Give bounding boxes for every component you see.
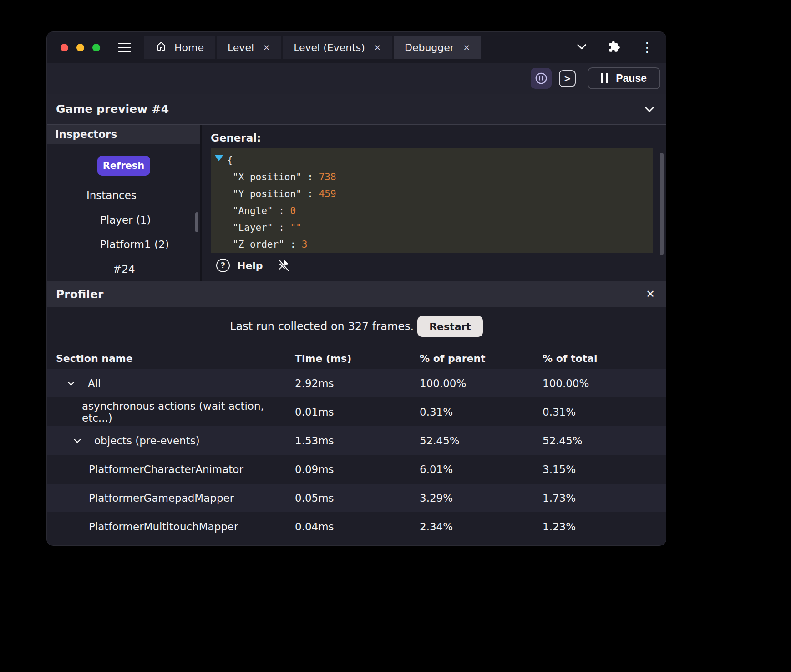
section-time: 1.53ms — [295, 435, 420, 447]
tree-item-instance-24[interactable]: #24 — [47, 257, 200, 281]
home-icon — [155, 41, 167, 54]
section-percent-parent: 6.01% — [420, 463, 543, 475]
collapse-chevron-icon[interactable] — [66, 378, 76, 388]
console-icon[interactable]: > — [559, 70, 576, 87]
section-name: PlatformerGamepadMapper — [89, 492, 234, 504]
collapse-expander-icon[interactable] — [215, 155, 223, 161]
tree-item-platform1[interactable]: Platform1 (2) — [47, 232, 200, 257]
extensions-puzzle-icon[interactable] — [608, 41, 620, 55]
tab-home[interactable]: Home — [144, 36, 215, 59]
debugger-window: Home Level ✕ Level (Events) ✕ Debugger ✕ — [47, 32, 666, 545]
section-time: 2.92ms — [295, 377, 420, 389]
tab-label: Debugger — [405, 42, 454, 53]
json-property-angle[interactable]: "Angle" : 0 — [211, 203, 653, 219]
profiler-body: Last run collected on 327 frames. Restar… — [47, 316, 666, 541]
section-percent-parent: 3.29% — [420, 492, 543, 504]
column-time: Time (ms) — [295, 353, 420, 364]
tab-debugger[interactable]: Debugger ✕ — [394, 36, 481, 59]
instance-properties-json: { "X position" : 738 "Y position" : 459 … — [211, 148, 653, 253]
refresh-button[interactable]: Refresh — [97, 156, 150, 176]
help-icon[interactable]: ? — [216, 259, 230, 272]
game-preview-title: Game preview #4 — [56, 102, 169, 116]
general-scrollbar[interactable] — [660, 153, 664, 255]
tab-level[interactable]: Level ✕ — [217, 36, 281, 59]
pause-button[interactable]: Pause — [588, 67, 660, 89]
profiler-table: Section name Time (ms) % of parent % of … — [47, 348, 666, 541]
tab-label: Level — [228, 42, 254, 53]
tabs-dropdown-icon[interactable] — [575, 40, 588, 55]
inspectors-title: Inspectors — [55, 128, 117, 140]
table-row[interactable]: asynchronous actions (wait action, etc..… — [47, 397, 666, 426]
tab-close-icon[interactable]: ✕ — [263, 43, 270, 52]
titlebar: Home Level ✕ Level (Events) ✕ Debugger ✕ — [47, 32, 666, 63]
section-percent-total: 0.31% — [543, 406, 666, 418]
tab-level-events[interactable]: Level (Events) ✕ — [283, 36, 392, 59]
pause-button-label: Pause — [616, 72, 647, 85]
table-row[interactable]: All 2.92ms 100.00% 100.00% — [47, 369, 666, 397]
profiler-table-header: Section name Time (ms) % of parent % of … — [47, 348, 666, 369]
section-percent-total: 1.23% — [543, 521, 666, 533]
section-time: 0.09ms — [295, 463, 420, 475]
tab-label: Home — [174, 42, 204, 53]
tree-item-player[interactable]: Player (1) — [47, 208, 200, 232]
tab-close-icon[interactable]: ✕ — [374, 43, 381, 52]
tab-close-icon[interactable]: ✕ — [463, 43, 470, 52]
general-panel: General: { "X position" : 738 "Y positio… — [202, 125, 666, 281]
json-open-brace: { — [211, 152, 653, 169]
profiler-header: Profiler ✕ — [47, 281, 666, 307]
section-percent-parent: 0.31% — [420, 406, 543, 418]
profiler-status-text: Last run collected on 327 frames. — [230, 320, 414, 333]
inspectors-scrollbar[interactable] — [195, 212, 198, 232]
minimize-window-button[interactable] — [76, 44, 84, 51]
tree-item-instances[interactable]: Instances — [47, 183, 200, 208]
zoom-window-button[interactable] — [92, 44, 100, 51]
section-percent-total: 52.45% — [543, 435, 666, 447]
pause-icon — [601, 73, 608, 83]
section-time: 0.04ms — [295, 521, 420, 533]
column-percent-total: % of total — [543, 353, 666, 364]
titlebar-actions: ⋮ — [575, 40, 654, 55]
tab-label: Level (Events) — [294, 42, 365, 53]
section-name: asynchronous actions (wait action, etc..… — [82, 400, 295, 424]
table-row[interactable]: PlatformerMultitouchMapper 0.04ms 2.34% … — [47, 512, 666, 541]
json-property-z-order[interactable]: "Z order" : 3 — [211, 236, 653, 253]
table-row[interactable]: PlatformerGamepadMapper 0.05ms 3.29% 1.7… — [47, 484, 666, 512]
section-time: 0.01ms — [295, 406, 420, 418]
help-label[interactable]: Help — [237, 260, 263, 271]
section-percent-total: 3.15% — [543, 463, 666, 475]
section-name: objects (pre-events) — [94, 435, 200, 447]
section-percent-total: 1.73% — [543, 492, 666, 504]
column-section-name: Section name — [47, 353, 295, 364]
kebab-menu-icon[interactable]: ⋮ — [640, 41, 654, 54]
section-name: PlatformerCharacterAnimator — [89, 463, 243, 475]
inspectors-panel: Inspectors Refresh Instances Player (1) … — [47, 125, 202, 281]
game-preview-header: Game preview #4 — [47, 94, 666, 125]
profiler-status-row: Last run collected on 327 frames. Restar… — [47, 316, 666, 337]
restart-button[interactable]: Restart — [417, 316, 483, 337]
hamburger-menu-icon[interactable] — [118, 43, 131, 52]
section-name: PlatformerMultitouchMapper — [89, 521, 238, 533]
json-property-x-position[interactable]: "X position" : 738 — [211, 169, 653, 186]
json-property-layer[interactable]: "Layer" : "" — [211, 219, 653, 236]
window-controls — [61, 44, 100, 51]
collapse-chevron-icon[interactable] — [72, 436, 82, 446]
table-row[interactable]: PlatformerCharacterAnimator 0.09ms 6.01%… — [47, 455, 666, 484]
unpin-icon[interactable] — [277, 258, 289, 273]
section-percent-parent: 52.45% — [420, 435, 543, 447]
json-property-y-position[interactable]: "Y position" : 459 — [211, 186, 653, 203]
table-row[interactable]: objects (pre-events) 1.53ms 52.45% 52.45… — [47, 426, 666, 455]
profiler-close-icon[interactable]: ✕ — [646, 288, 655, 300]
help-row: ? Help — [211, 258, 666, 273]
column-percent-parent: % of parent — [420, 353, 543, 364]
close-window-button[interactable] — [61, 44, 68, 51]
section-percent-parent: 2.34% — [420, 521, 543, 533]
chevron-down-icon[interactable] — [643, 103, 656, 116]
section-time: 0.05ms — [295, 492, 420, 504]
inspectors-header: Inspectors — [47, 125, 200, 144]
section-percent-parent: 100.00% — [420, 377, 543, 389]
tab-bar: Home Level ✕ Level (Events) ✕ Debugger ✕ — [144, 36, 481, 59]
section-name: All — [88, 377, 101, 389]
general-title: General: — [211, 132, 666, 144]
inspector-split: Inspectors Refresh Instances Player (1) … — [47, 125, 666, 281]
pause-circle-icon[interactable] — [531, 68, 552, 89]
